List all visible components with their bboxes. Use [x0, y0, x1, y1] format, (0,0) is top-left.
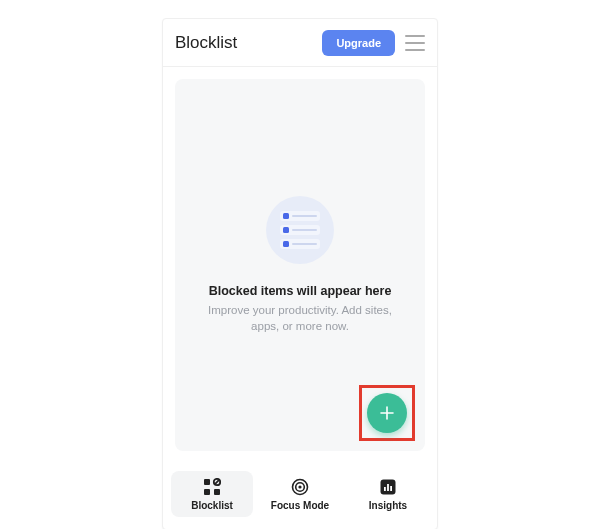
- empty-state-title: Blocked items will appear here: [209, 284, 392, 298]
- empty-state-card: Blocked items will appear here Improve y…: [175, 79, 425, 451]
- nav-label: Insights: [369, 500, 407, 511]
- svg-rect-2: [214, 489, 220, 495]
- nav-focus-mode[interactable]: Focus Mode: [259, 471, 341, 517]
- target-icon: [290, 477, 310, 497]
- blocklist-illustration-icon: [266, 196, 334, 264]
- svg-rect-9: [384, 487, 386, 491]
- upgrade-button[interactable]: Upgrade: [322, 30, 395, 56]
- svg-rect-11: [390, 486, 392, 491]
- add-button-highlight: [359, 385, 415, 441]
- svg-point-7: [298, 485, 301, 488]
- svg-line-4: [215, 480, 220, 485]
- svg-rect-1: [204, 489, 210, 495]
- blocklist-icon: [202, 477, 222, 497]
- plus-icon: [379, 405, 395, 421]
- top-bar: Blocklist Upgrade: [163, 19, 437, 67]
- menu-icon[interactable]: [405, 35, 425, 51]
- bar-chart-icon: [378, 477, 398, 497]
- page-title: Blocklist: [175, 33, 322, 53]
- svg-rect-10: [387, 484, 389, 491]
- add-button[interactable]: [367, 393, 407, 433]
- app-frame: Blocklist Upgrade Blocked items will app…: [162, 18, 438, 529]
- nav-blocklist[interactable]: Blocklist: [171, 471, 253, 517]
- empty-state-subtitle: Improve your productivity. Add sites, ap…: [197, 302, 403, 334]
- nav-insights[interactable]: Insights: [347, 471, 429, 517]
- svg-rect-0: [204, 479, 210, 485]
- nav-label: Focus Mode: [271, 500, 329, 511]
- main-content: Blocked items will appear here Improve y…: [163, 67, 437, 463]
- bottom-nav: Blocklist Focus Mode Insigh: [163, 463, 437, 529]
- nav-label: Blocklist: [191, 500, 233, 511]
